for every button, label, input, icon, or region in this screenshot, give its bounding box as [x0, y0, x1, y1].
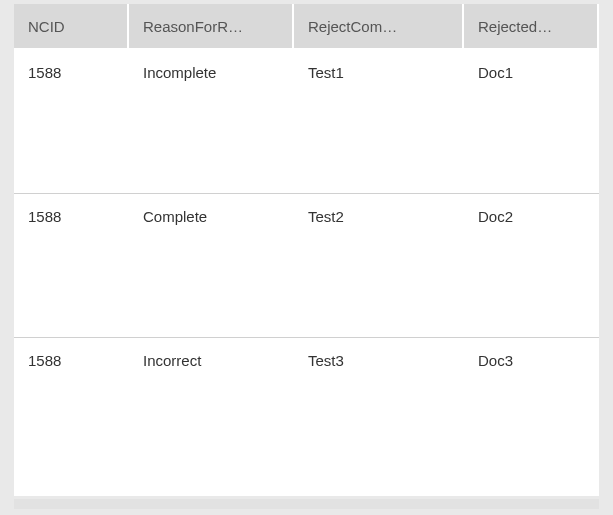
cell-reject: Test2 [294, 194, 464, 337]
column-header-doc[interactable]: Rejected… [464, 4, 599, 50]
table-row[interactable]: 1588 Complete Test2 Doc2 [14, 194, 599, 338]
column-header-ncid[interactable]: NCID [14, 4, 129, 50]
cell-ncid: 1588 [14, 50, 129, 193]
horizontal-scrollbar[interactable] [14, 499, 599, 509]
data-grid[interactable]: NCID ReasonForR… RejectCom… Rejected… 15… [14, 4, 599, 496]
cell-reason: Incorrect [129, 338, 294, 482]
cell-reason: Incomplete [129, 50, 294, 193]
cell-doc: Doc1 [464, 50, 599, 193]
cell-doc: Doc2 [464, 194, 599, 337]
column-header-reason[interactable]: ReasonForR… [129, 4, 294, 50]
cell-ncid: 1588 [14, 338, 129, 482]
header-row: NCID ReasonForR… RejectCom… Rejected… [14, 4, 599, 50]
cell-ncid: 1588 [14, 194, 129, 337]
cell-doc: Doc3 [464, 338, 599, 482]
column-header-reject[interactable]: RejectCom… [294, 4, 464, 50]
cell-reject: Test3 [294, 338, 464, 482]
table-row[interactable]: 1588 Incorrect Test3 Doc3 [14, 338, 599, 482]
cell-reject: Test1 [294, 50, 464, 193]
cell-reason: Complete [129, 194, 294, 337]
table-row[interactable]: 1588 Incomplete Test1 Doc1 [14, 50, 599, 194]
